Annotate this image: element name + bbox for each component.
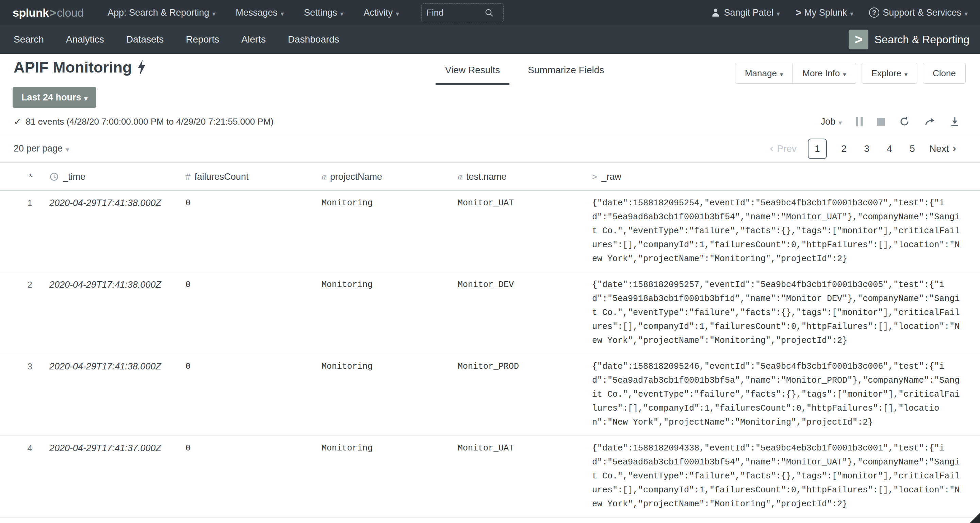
row-number: 5 [0,518,37,523]
prev-label: Prev [777,144,797,154]
column-label-testname: test.name [466,172,507,182]
job-menu[interactable]: Job [821,116,842,127]
find-input[interactable] [426,8,484,18]
clone-button[interactable]: Clone [923,63,966,84]
logo-gt-icon: > [50,6,56,19]
nav-item-search[interactable]: Search [14,34,44,45]
support-label: Support & Services [883,8,961,18]
messages-menu-label: Messages [235,8,277,18]
my-splunk-menu[interactable]: > My Splunk [795,7,853,18]
more-info-button[interactable]: More Info [793,63,856,84]
column-label-projectname: projectName [330,172,382,182]
table-body: 1 2020-04-29T17:41:38.000Z 0 Monitoring … [0,191,980,523]
testname-cell[interactable]: Monitor_PROD [446,518,580,523]
column-header-rownum[interactable]: * [0,163,37,191]
tab-view-results[interactable]: View Results [436,62,509,85]
failurescount-cell[interactable]: 0 [173,436,310,517]
topbar-right: Sangit Patel > My Splunk ? Support & Ser… [711,0,968,25]
splunk-cloud-logo[interactable]: splunk > cloud [13,0,84,25]
time-cell[interactable]: 2020-04-29T17:41:38.000Z [37,354,173,435]
failurescount-cell[interactable]: 0 [173,191,310,272]
column-header-raw[interactable]: >_raw [580,163,980,191]
table-row: 5 2020-04-29T17:41:37.000Z 0 Monitoring … [0,518,980,523]
column-header-testname[interactable]: atest.name [446,163,580,191]
projectname-cell[interactable]: Monitoring [310,354,446,435]
app-nav-items: Search Analytics Datasets Reports Alerts… [14,25,339,54]
app-menu[interactable]: App: Search & Reporting [108,8,215,18]
next-page-button[interactable]: Next [929,142,956,155]
reload-icon[interactable] [899,116,910,127]
prev-page-button[interactable]: Prev [770,142,797,155]
page-5[interactable]: 5 [907,144,918,154]
view-tabs: View Results Summarize Fields [436,62,614,85]
share-icon[interactable] [924,116,935,127]
failurescount-cell[interactable]: 0 [173,354,310,435]
column-header-time[interactable]: _time [37,163,173,191]
raw-cell[interactable]: {"date":1588182095246,"eventId":"5ea9bc4… [580,354,980,435]
per-page-dropdown[interactable]: 20 per page [14,134,69,163]
failurescount-cell[interactable]: 0 [173,518,310,523]
splunk-gt-icon: > [795,7,802,18]
nav-item-dashboards[interactable]: Dashboards [288,34,339,45]
manage-label: Manage [745,68,777,79]
raw-cell[interactable]: {"date":1588182095257,"eventId":"5ea9bc4… [580,273,980,354]
testname-cell[interactable]: Monitor_DEV [446,273,580,354]
tab-summarize-fields[interactable]: Summarize Fields [518,62,614,85]
app-nav-bar: Search Analytics Datasets Reports Alerts… [0,25,980,54]
page-2[interactable]: 2 [838,144,850,154]
activity-menu[interactable]: Activity [364,8,399,18]
asterisk-icon: * [29,172,32,182]
accelerated-bolt-icon [137,60,147,75]
explore-button[interactable]: Explore [862,63,918,84]
support-menu[interactable]: ? Support & Services [869,8,968,18]
messages-menu[interactable]: Messages [235,8,284,18]
time-cell[interactable]: 2020-04-29T17:41:38.000Z [37,191,173,272]
page-1-current[interactable]: 1 [808,139,827,159]
raw-cell[interactable]: {"date":1588182094310,"eventId":"5ea9bc4… [580,518,980,523]
projectname-cell[interactable]: Monitoring [310,518,446,523]
projectname-cell[interactable]: Monitoring [310,436,446,517]
check-icon: ✓ [14,116,21,128]
find-search-box[interactable] [421,3,504,22]
time-cell[interactable]: 2020-04-29T17:41:38.000Z [37,273,173,354]
nav-item-datasets[interactable]: Datasets [126,34,164,45]
column-header-projectname[interactable]: aprojectName [310,163,446,191]
projectname-cell[interactable]: Monitoring [310,191,446,272]
user-menu[interactable]: Sangit Patel [711,8,780,18]
column-header-failurescount[interactable]: #failuresCount [173,163,310,191]
user-icon [711,8,721,18]
time-cell[interactable]: 2020-04-29T17:41:37.000Z [37,518,173,523]
caret-down-icon [773,8,780,18]
caret-down-icon [835,116,842,127]
testname-cell[interactable]: Monitor_PROD [446,354,580,435]
nav-item-analytics[interactable]: Analytics [66,34,104,45]
manage-button[interactable]: Manage [735,63,793,84]
pause-icon[interactable] [856,117,862,126]
raw-cell[interactable]: {"date":1588182095254,"eventId":"5ea9bc4… [580,191,980,272]
clock-icon [49,172,59,182]
app-badge[interactable]: > Search & Reporting [849,25,969,54]
logo-cloud: cloud [57,6,84,19]
page-3[interactable]: 3 [861,144,872,154]
settings-menu[interactable]: Settings [304,8,343,18]
nav-item-alerts[interactable]: Alerts [241,34,266,45]
time-range-picker[interactable]: Last 24 hours [13,87,96,108]
testname-cell[interactable]: Monitor_UAT [446,436,580,517]
row-number: 1 [0,191,37,272]
projectname-cell[interactable]: Monitoring [310,273,446,354]
settings-menu-label: Settings [304,8,337,18]
nav-item-reports[interactable]: Reports [186,34,219,45]
time-cell[interactable]: 2020-04-29T17:41:37.000Z [37,436,173,517]
testname-cell[interactable]: Monitor_UAT [446,191,580,272]
row-number: 2 [0,273,37,354]
caret-down-icon [840,68,846,79]
stop-icon[interactable] [877,118,885,126]
table-header: * _time #failuresCount aprojectName ates… [0,163,980,191]
export-icon[interactable] [950,116,960,127]
raw-cell[interactable]: {"date":1588182094338,"eventId":"5ea9bc4… [580,436,980,517]
table-row: 1 2020-04-29T17:41:38.000Z 0 Monitoring … [0,191,980,273]
caret-down-icon [278,8,284,18]
failurescount-cell[interactable]: 0 [173,273,310,354]
page-4[interactable]: 4 [884,144,895,154]
pagination-row: 20 per page Prev 1 2 3 4 5 Next [0,134,980,163]
